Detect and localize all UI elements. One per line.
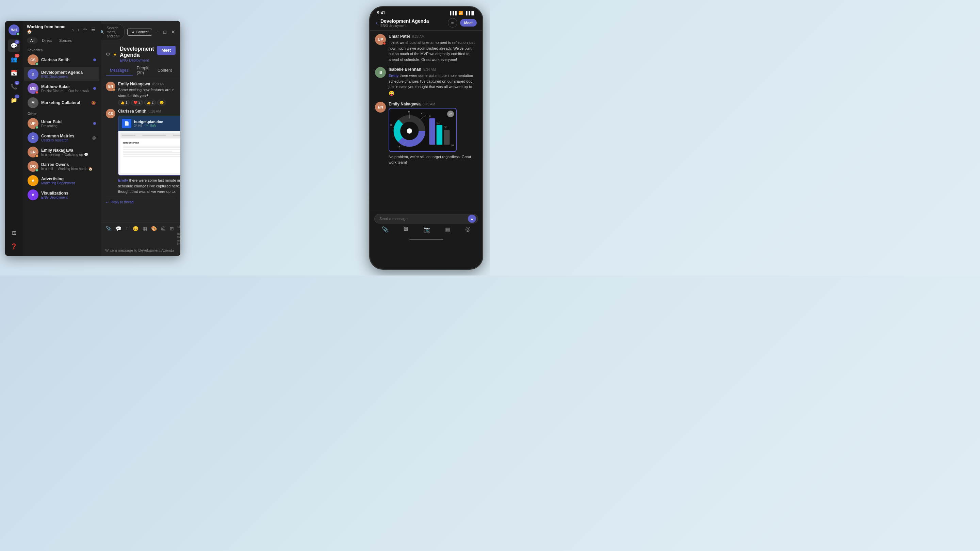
tab-messages[interactable]: Messages [106,66,133,76]
mob-gif-icon[interactable]: ▦ [445,226,450,233]
chat-bubble-icon[interactable]: 💬 [115,225,122,246]
chat-icon[interactable]: 💬 4 [8,40,20,52]
fp-line7 [123,156,180,157]
svg-text:A: A [421,112,423,114]
chat-item-matthew[interactable]: MB Matthew Baker Do Not Disturb · Out fo… [24,81,99,95]
svg-text:R: R [390,124,392,126]
files-icon[interactable]: 📁 1 [8,94,20,106]
mob-time-isabelle: 8:34 AM [423,68,436,71]
svg-text:QR: QR [451,144,454,147]
reply-thread-button[interactable]: ↩ Reply to thread [106,198,176,206]
mob-mention-icon[interactable]: @ [465,226,471,233]
chat-topbar: 🔍 Search, meet, and call 🖥 Connect − □ ✕ [101,21,180,43]
tab-content[interactable]: Content [153,66,176,76]
meet-button[interactable]: Meet [157,46,176,55]
toolbar-bar3 [173,135,180,136]
chat-item-advertising[interactable]: A Advertising Marketing Department [24,173,99,188]
settings-icon[interactable]: ⚙ [106,51,110,57]
mob-image-icon[interactable]: 🖼 [403,226,409,233]
expand-handle[interactable]: ⤢ [447,111,454,118]
reaction-smile[interactable]: 😊 [157,100,166,105]
chat-sub-umar: Presenting [41,124,91,128]
mobile-chat-subtitle: ENG deployment [380,24,445,27]
search-bar[interactable]: 🔍 Search, meet, and call [101,24,124,40]
file-doc-icon: 📄 [122,119,131,128]
maximize-icon[interactable]: □ [163,28,167,36]
reaction-thumbsup1[interactable]: 👍 1 [118,100,130,105]
chat-subtitle[interactable]: ENG Deployment [120,58,157,62]
help-icon[interactable]: ❓ [8,240,20,252]
mob-camera-icon[interactable]: 📷 [424,226,430,233]
file-safe-label: Safe [150,124,156,127]
mob-msg-header-emily-mobile: Emily Nakagawa 8:45 AM [388,102,477,106]
mobile-compose-toolbar: 📎 🖼 📷 ▦ @ [374,224,478,234]
mob-attach-icon[interactable]: 📎 [382,226,388,233]
icon-rail: WH 💬 4 👥 1 📅 📞 1 📁 1 ⊞ ❓ [5,21,23,256]
home-bar [409,239,443,240]
back-button[interactable]: ‹ [375,19,378,27]
compose-icon[interactable]: ✏ [82,26,89,33]
chat-info-common-metrics: Common Metrics Usability research [41,134,89,142]
msg-time-emily: 8:20 AM [152,82,165,86]
emoji-icon[interactable]: 😊 [132,225,139,246]
gif-icon[interactable]: ▦ [142,225,148,246]
attach-icon[interactable]: 📎 [105,225,112,246]
mobile-more-button[interactable]: ••• [448,18,457,27]
other-label: Other [23,110,101,116]
filter-tab-spaces[interactable]: Spaces [56,37,75,43]
minimize-icon[interactable]: − [155,28,159,36]
mob-mention-emily: Emily [388,73,398,78]
reaction-heart[interactable]: ❤️ 2 [131,100,143,105]
filter-tab-direct[interactable]: Direct [38,37,55,43]
chat-item-visualizations[interactable]: V Visualizations ENG Deployment [24,188,99,202]
reaction-thumbsup2[interactable]: 👍 2 [144,100,156,105]
tab-people[interactable]: People (30) [133,64,153,78]
user-avatar[interactable]: WH [8,24,19,35]
favorites-label: Favorites [23,46,101,53]
chat-item-clarissa[interactable]: CS Clarissa Smith [24,53,99,67]
chat-item-emily[interactable]: EN Emily Nakagawa In a meeting · Catchin… [24,145,99,159]
calendar-icon[interactable]: 📅 [8,67,20,79]
star-icon[interactable]: ★ [113,52,117,57]
close-icon[interactable]: ✕ [170,28,176,36]
msg-time-clarissa: 8:28 AM [148,110,161,113]
mob-message-umar: UP Umar Patel 8:23 AM I think we should … [375,34,477,62]
calls-icon[interactable]: 📞 1 [8,80,20,92]
mob-chart-preview[interactable]: A MZ CD QR A R Z M [388,108,457,152]
filter-tab-all[interactable]: All [27,37,38,43]
nav-back-icon[interactable]: ‹ [71,26,75,33]
more-icon[interactable]: ⊞ [169,225,175,246]
apps-icon[interactable]: ⊞ [8,227,20,239]
mobile-send-button[interactable]: ▲ [468,214,476,223]
chat-name-common-metrics: Common Metrics [41,134,89,138]
svg-text:MZ: MZ [437,121,440,124]
team-icon[interactable]: 👥 1 [8,53,20,65]
mention-icon[interactable]: @ [160,225,166,246]
chat-item-dev-agenda[interactable]: D Development Agenda ENG Deployment [24,67,99,81]
mobile-compose: ▲ 📎 🖼 📷 ▦ @ [370,211,482,237]
tab-schedule[interactable]: Schedule [176,66,180,76]
sidebar-title-text: Working from home 🏠 [27,24,71,34]
mob-time-emily-mobile: 8:45 AM [423,102,435,106]
sidebar-header-icons: ‹ › ✏ ☰ [71,26,97,33]
file-card-info: 📄 budget-plan.doc 24 KB · ✓ Safe [122,119,163,128]
nav-forward-icon[interactable]: › [76,26,81,33]
mob-text-isabelle: Emily there were some last minute implem… [388,73,477,97]
chat-item-umar[interactable]: UP Umar Patel Presenting [24,116,99,130]
chat-sub-visualizations: ENG Deployment [41,195,96,199]
filter-icon[interactable]: ☰ [90,26,97,33]
wink-emoji: 😜 [388,91,395,96]
mob-msg-content-isabelle: Isabelle Brennan 8:34 AM Emily there wer… [388,67,477,97]
chat-item-common-metrics[interactable]: C Common Metrics Usability research @ [24,130,99,145]
mobile-meet-button[interactable]: Meet [460,19,477,27]
mobile-compose-input[interactable] [374,214,478,224]
chat-item-marketing[interactable]: M Marketing Collateral 🔕 [24,95,99,110]
sticker-icon[interactable]: 🎨 [150,225,158,246]
mob-sender-umar: Umar Patel [388,34,410,39]
compose-input[interactable] [105,248,176,252]
unread-badge-umar [93,122,96,125]
chat-item-darren[interactable]: DO Darren Owens In a call · Working from… [24,159,99,173]
fp-line1 [123,146,180,147]
text-format-icon[interactable]: T [125,225,129,246]
connect-button[interactable]: 🖥 Connect [127,29,152,36]
